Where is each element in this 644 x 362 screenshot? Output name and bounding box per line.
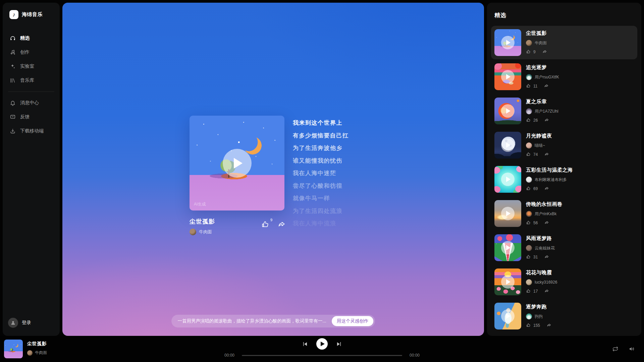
play-icon bbox=[506, 40, 511, 45]
lyric-line: 为了生活四处流浪 bbox=[293, 207, 434, 215]
inspiration-prompt-bar: 一首用男声演唱的摇滚歌曲，描绘了异乡漂泊心酸的画面，歌词里带有一... 用这个灵… bbox=[171, 315, 375, 327]
sidebar: ♪ 海绵音乐 精选创作实验室音乐库 消息中心反馈下载移动端 登录 bbox=[3, 3, 60, 336]
song-artist-row[interactable]: 牛肉面 bbox=[190, 229, 284, 235]
artist-avatar bbox=[190, 229, 196, 235]
featured-card[interactable]: 夏之乐章用户1A7ZUhl26 bbox=[491, 94, 637, 128]
card-share-button[interactable] bbox=[544, 152, 549, 157]
card-play-button[interactable] bbox=[501, 173, 515, 186]
share-button[interactable] bbox=[277, 220, 286, 229]
sidebar-item-label: 音乐库 bbox=[20, 77, 34, 83]
card-share-button[interactable] bbox=[544, 220, 549, 225]
player-play-button[interactable] bbox=[316, 338, 328, 350]
sidebar-item-library[interactable]: 音乐库 bbox=[3, 73, 60, 87]
card-meta-row: 31 bbox=[526, 254, 555, 259]
featured-card-info: 傍晚的永恒画卷用户rinKxBk56 bbox=[526, 200, 562, 227]
card-artist-name: 驹驹 bbox=[535, 314, 543, 319]
card-like-count: 26 bbox=[533, 118, 538, 123]
card-play-button[interactable] bbox=[501, 70, 515, 83]
sidebar-item-download[interactable]: 下载移动端 bbox=[3, 124, 60, 138]
card-title: 傍晚的永恒画卷 bbox=[526, 201, 562, 207]
featured-card-artwork bbox=[494, 63, 521, 90]
play-icon bbox=[506, 177, 511, 182]
progress-bar[interactable] bbox=[242, 355, 402, 356]
card-like-count: 31 bbox=[533, 255, 538, 259]
sidebar-item-headphones[interactable]: 精选 bbox=[3, 31, 60, 45]
card-play-button[interactable] bbox=[501, 104, 515, 118]
play-icon bbox=[506, 211, 511, 216]
total-time: 00:00 bbox=[408, 353, 421, 358]
bell-icon bbox=[10, 100, 16, 106]
card-title: 夏之乐章 bbox=[526, 99, 558, 105]
featured-card[interactable]: 花花与晚霞lucky31692617 bbox=[491, 265, 637, 299]
player-now-playing[interactable]: 尘世孤影 牛肉面 bbox=[4, 340, 47, 358]
player-bar: 尘世孤影 牛肉面 00:00 00:00 bbox=[0, 336, 644, 362]
player-album-thumbnail[interactable] bbox=[4, 340, 23, 358]
previous-track-button[interactable] bbox=[302, 341, 308, 347]
card-share-button[interactable] bbox=[544, 254, 549, 259]
use-inspiration-button[interactable]: 用这个灵感创作 bbox=[332, 316, 374, 326]
featured-card[interactable]: 尘世孤影牛肉面9 bbox=[491, 26, 637, 59]
card-play-button[interactable] bbox=[501, 207, 515, 220]
featured-card-artwork bbox=[494, 303, 521, 329]
card-play-button[interactable] bbox=[501, 36, 515, 49]
card-share-button[interactable] bbox=[546, 323, 551, 328]
featured-card-info: 逐梦奔跑驹驹155 bbox=[526, 303, 551, 329]
sidebar-item-feedback[interactable]: 反馈 bbox=[3, 110, 60, 124]
card-like-button[interactable] bbox=[526, 186, 531, 191]
featured-card-artwork bbox=[494, 132, 521, 159]
next-track-button[interactable] bbox=[336, 341, 342, 347]
card-play-button[interactable] bbox=[501, 275, 515, 289]
card-like-button[interactable] bbox=[526, 83, 531, 88]
card-like-button[interactable] bbox=[526, 220, 531, 225]
card-play-button[interactable] bbox=[501, 309, 515, 323]
volume-icon[interactable] bbox=[628, 346, 635, 353]
play-icon bbox=[506, 245, 511, 250]
lyric-line: 谁又能懂我的忧伤 bbox=[293, 157, 434, 165]
card-like-button[interactable] bbox=[526, 152, 531, 157]
featured-card[interactable]: 五彩生活与温柔之海布利啾啾迪布利多69 bbox=[491, 163, 637, 196]
featured-card[interactable]: 风雨逐梦路云南姐妹花31 bbox=[491, 231, 637, 264]
card-share-button[interactable] bbox=[542, 49, 547, 54]
card-like-button[interactable] bbox=[526, 118, 531, 123]
card-share-button[interactable] bbox=[544, 186, 549, 191]
card-like-button[interactable] bbox=[526, 254, 531, 259]
like-count: 9 bbox=[270, 218, 272, 222]
card-meta-row: 11 bbox=[526, 83, 559, 88]
album-art[interactable]: AI生成 bbox=[190, 116, 284, 210]
card-artist-name: 布利啾啾迪布利多 bbox=[535, 177, 567, 183]
sidebar-item-note-plus[interactable]: 创作 bbox=[3, 45, 60, 59]
card-play-button[interactable] bbox=[501, 138, 515, 152]
play-overlay-button[interactable] bbox=[223, 149, 252, 178]
download-icon bbox=[10, 128, 16, 134]
play-icon bbox=[506, 74, 511, 79]
player-artist-name: 牛肉面 bbox=[35, 350, 47, 356]
card-artist-name: 用户rsuGXtfK bbox=[535, 74, 559, 80]
featured-card[interactable]: 追光逐梦用户rsuGXtfK11 bbox=[491, 60, 637, 94]
login-label: 登录 bbox=[22, 320, 31, 326]
lyric-line: 我在人海中流浪 bbox=[293, 220, 434, 227]
repeat-mode-icon[interactable] bbox=[612, 346, 619, 353]
card-artist-row: lucky316926 bbox=[526, 279, 557, 285]
card-like-button[interactable] bbox=[526, 289, 531, 294]
like-button[interactable]: 9 bbox=[261, 220, 270, 229]
card-play-button[interactable] bbox=[501, 241, 515, 254]
card-like-button[interactable] bbox=[526, 323, 531, 328]
card-share-button[interactable] bbox=[544, 289, 549, 294]
sparkles-icon bbox=[10, 63, 16, 69]
featured-card[interactable]: 月光静谧夜喵喵~74 bbox=[491, 128, 637, 162]
card-title: 追光逐梦 bbox=[526, 64, 559, 71]
login-button[interactable]: 登录 bbox=[3, 315, 60, 330]
card-title: 风雨逐梦路 bbox=[526, 235, 555, 242]
card-like-button[interactable] bbox=[526, 49, 531, 54]
card-artist-avatar bbox=[526, 313, 532, 319]
sidebar-item-sparkles[interactable]: 实验室 bbox=[3, 59, 60, 73]
featured-card[interactable]: 傍晚的永恒画卷用户rinKxBk56 bbox=[491, 197, 637, 230]
card-artist-avatar bbox=[526, 211, 532, 217]
play-icon bbox=[234, 158, 243, 169]
card-share-button[interactable] bbox=[544, 118, 549, 123]
card-share-button[interactable] bbox=[544, 83, 549, 88]
card-artist-avatar bbox=[526, 177, 532, 183]
featured-card[interactable]: 逐梦奔跑驹驹155 bbox=[491, 299, 637, 333]
lyric-line: 为了生活奔波他乡 bbox=[293, 144, 434, 152]
sidebar-item-bell[interactable]: 消息中心 bbox=[3, 96, 60, 110]
